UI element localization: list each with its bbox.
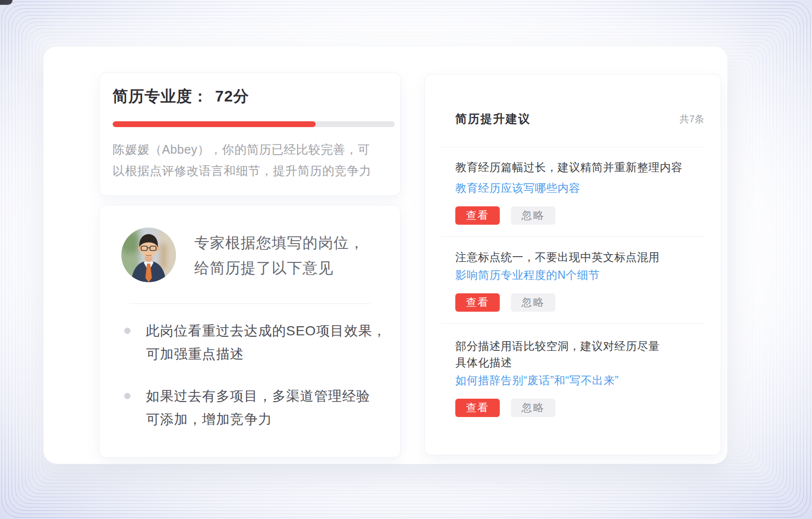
- expert-intro-text: 专家根据您填写的岗位， 给简历提了以下意见: [194, 231, 364, 281]
- divider: [441, 147, 704, 147]
- view-button[interactable]: 查看: [455, 293, 500, 312]
- bullet-dot-icon: [124, 328, 130, 334]
- view-button[interactable]: 查看: [455, 399, 500, 417]
- score-value: 72分: [215, 87, 249, 105]
- bullet-text: 此岗位看重过去达成的SEO项目效果， 可加强重点描述: [146, 319, 387, 366]
- divider: [441, 323, 704, 324]
- suggestions-title: 简历提升建议: [455, 112, 531, 125]
- suggestions-header: 共7条 简历提升建议: [455, 111, 704, 128]
- list-item: 如果过去有多项目，多渠道管理经验 可添加，增加竞争力: [124, 385, 387, 431]
- progress-fill: [113, 121, 316, 127]
- score-title: 简历专业度：72分: [113, 86, 249, 107]
- suggestion-title: 注意标点统一，不要出现中英文标点混用: [455, 249, 706, 265]
- view-button[interactable]: 查看: [455, 206, 500, 225]
- list-item: 此岗位看重过去达成的SEO项目效果， 可加强重点描述: [124, 319, 387, 366]
- ignore-button[interactable]: 忽略: [511, 399, 555, 417]
- score-title-label: 简历专业度：: [113, 87, 208, 105]
- expert-avatar-illustration: [121, 228, 176, 282]
- suggestion-link[interactable]: 教育经历应该写哪些内容: [455, 180, 706, 196]
- suggestions-card: 共7条 简历提升建议 教育经历篇幅过长，建议精简并重新整理内容 教育经历应该写哪…: [424, 74, 721, 455]
- progress-bar: [113, 121, 395, 127]
- score-description: 陈媛媛（Abbey），你的简历已经比较完善，可 以根据点评修改语言和细节，提升简…: [113, 139, 393, 181]
- corner-accent: [0, 0, 13, 5]
- divider: [441, 236, 704, 237]
- expert-divider: [130, 303, 370, 304]
- suggestions-count-badge: 共7条: [680, 111, 704, 127]
- bullet-dot-icon: [124, 393, 130, 399]
- expert-card: 专家根据您填写的岗位， 给简历提了以下意见 此岗位看重过去达成的SEO项目效果，…: [99, 205, 401, 458]
- suggestion-link[interactable]: 影响简历专业程度的N个细节: [455, 267, 706, 283]
- bullet-text: 如果过去有多项目，多渠道管理经验 可添加，增加竞争力: [146, 385, 387, 431]
- main-panel: 简历专业度：72分 陈媛媛（Abbey），你的简历已经比较完善，可 以根据点评修…: [44, 46, 727, 464]
- ignore-button[interactable]: 忽略: [511, 293, 555, 312]
- expert-avatar: [121, 228, 176, 282]
- ignore-button[interactable]: 忽略: [511, 206, 555, 225]
- suggestion-link[interactable]: 如何措辞告别“废话”和“写不出来”: [455, 372, 706, 389]
- suggestion-title: 部分描述用语比较空洞，建议对经历尽量 具体化描述: [455, 338, 706, 371]
- expert-bullet-list: 此岗位看重过去达成的SEO项目效果， 可加强重点描述 如果过去有多项目，多渠道管…: [124, 319, 387, 450]
- suggestion-title: 教育经历篇幅过长，建议精简并重新整理内容: [455, 159, 706, 175]
- score-card: 简历专业度：72分 陈媛媛（Abbey），你的简历已经比较完善，可 以根据点评修…: [99, 72, 401, 196]
